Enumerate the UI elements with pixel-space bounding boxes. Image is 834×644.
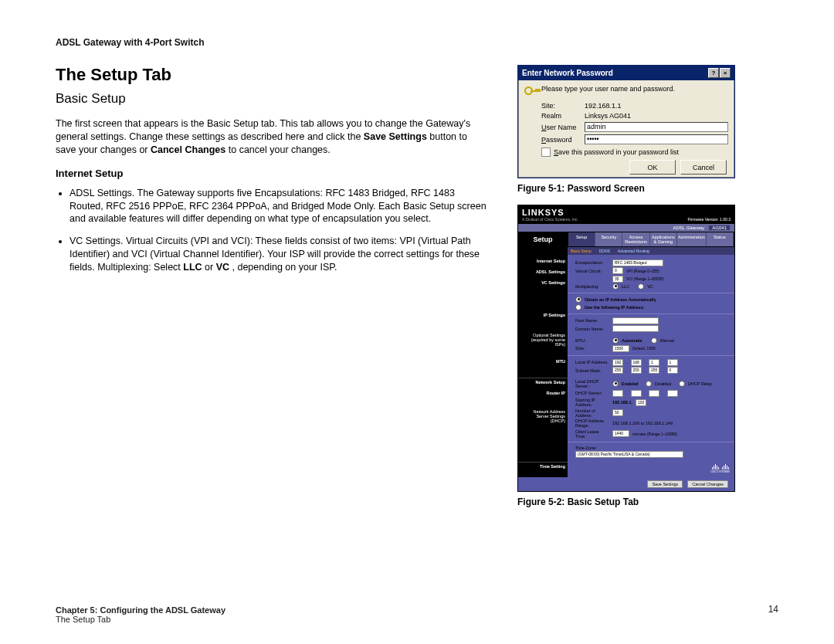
vpi-note: VPI (Range 0~255) (626, 269, 659, 273)
close-button[interactable]: × (720, 68, 731, 78)
timezone-select[interactable]: (GMT-08:00) Pacific Time(USA & Canada) (575, 451, 683, 458)
save-password-label: Save this password in your password list (554, 148, 679, 156)
dhcp-enabled-radio[interactable] (612, 381, 619, 387)
brand-subtitle: A Division of Cisco Systems, Inc. (522, 217, 578, 222)
lease-label: Client Lease Time: (575, 429, 609, 439)
dhcp-server-2[interactable] (631, 390, 642, 397)
localip-label: Local IP Address: (575, 360, 609, 364)
mtu-manual-radio[interactable] (651, 337, 657, 344)
start-ip-prefix: 192.168.1. (612, 400, 632, 405)
cancel-button[interactable]: Cancel (680, 160, 727, 175)
hostname-input[interactable] (612, 317, 659, 324)
side-ip-settings: IP Settings (520, 313, 565, 317)
vpi-input[interactable]: 0 (612, 267, 623, 274)
footer-section: The Setup Tab (56, 615, 778, 624)
size-note: Default: 1500 (632, 346, 656, 351)
router-setup-screenshot: LINKSYS A Division of Cisco Systems, Inc… (517, 205, 735, 492)
subtab-basic-setup[interactable]: Basic Setup (571, 249, 592, 253)
figure-5-2-caption: Figure 5-2: Basic Setup Tab (517, 497, 639, 507)
localip-1[interactable]: 192 (612, 359, 623, 366)
subtab-advanced-routing[interactable]: Advanced Routing (618, 249, 649, 253)
tab-security[interactable]: Security (595, 232, 622, 246)
subnet-4[interactable]: 0 (667, 367, 678, 374)
tab-setup[interactable]: Setup (568, 232, 595, 246)
lease-note: minutes (Range 1~10080) (632, 432, 677, 436)
ip-static-radio[interactable] (575, 304, 581, 310)
dhcp-disabled-label: Disabled (655, 381, 671, 386)
username-label: User Name (541, 124, 585, 131)
bullet-text: , depending on your ISP. (229, 262, 337, 273)
tab-access-restrictions[interactable]: Access Restrictions (622, 232, 649, 246)
linksys-logo: LINKSYS (522, 208, 578, 217)
tab-status[interactable]: Status (707, 232, 734, 246)
side-internet-setup: Internet Setup (520, 259, 565, 263)
domainname-input[interactable] (612, 325, 659, 332)
model-badge: AG041 (709, 225, 730, 230)
subnet-label: Subnet Mask: (575, 368, 609, 373)
num-addr-input[interactable]: 50 (612, 409, 623, 416)
help-button[interactable]: ? (708, 68, 719, 78)
dhcp-range-value: 192.168.1.100 to 192.168.1.149 (612, 421, 673, 425)
dhcp-server-4[interactable] (667, 390, 678, 397)
subtab-ddns[interactable]: DDNS (599, 249, 610, 253)
figures-column: Enter Network Password ? × Please type y… (517, 65, 757, 518)
side-network-setup: Network Setup (520, 380, 565, 385)
side-adsl-settings: ADSL Settings (520, 269, 565, 274)
subnet-3[interactable]: 255 (649, 367, 659, 374)
dhcp-relay-radio[interactable] (679, 381, 685, 387)
dhcp-enabled-label: Enabled (622, 381, 638, 386)
product-line: ADSL Gateway (673, 225, 705, 230)
site-value: 192.168.1.1 (585, 102, 622, 110)
vci-input[interactable]: 35 (612, 276, 623, 283)
start-ip-input[interactable]: 100 (636, 399, 646, 406)
para-text: to cancel your changes. (225, 144, 331, 155)
mtu-label: MTU: (575, 338, 609, 343)
username-input[interactable]: admin (585, 122, 728, 132)
localip-2[interactable]: 168 (631, 359, 642, 366)
ok-button[interactable]: OK (629, 160, 676, 175)
tab-administration[interactable]: Administration (677, 232, 707, 246)
dhcp-server-label: DHCP Server: (575, 391, 609, 395)
key-icon (524, 85, 537, 97)
ip-auto-radio[interactable] (575, 297, 581, 303)
localip-3[interactable]: 1 (649, 359, 659, 366)
bullet-vc-settings: VC Settings. Virtual Circuits (VPI and V… (70, 235, 488, 274)
localip-4[interactable]: 1 (667, 359, 678, 366)
dhcp-relay-label: DHCP Relay (688, 381, 712, 386)
figure-5-1-caption: Figure 5-1: Password Screen (517, 183, 645, 194)
encapsulation-select[interactable]: RFC 1483 Bridged (612, 259, 663, 266)
lease-input[interactable]: 1440 (612, 430, 629, 437)
bullet-adsl-settings: ADSL Settings. The Gateway supports five… (70, 187, 488, 226)
cancel-changes-button[interactable]: Cancel Changes (687, 480, 728, 488)
tab-applications-gaming[interactable]: Applications & Gaming (650, 232, 677, 246)
dhcp-disabled-radio[interactable] (646, 381, 652, 387)
size-input[interactable]: 1500 (612, 345, 629, 352)
page-title: The Setup Tab (56, 65, 488, 85)
start-ip-label: Starting IP Address: (575, 398, 609, 407)
password-input[interactable]: ••••• (585, 134, 728, 144)
dhcp-server-1[interactable] (612, 390, 623, 397)
section-label-setup: Setup (518, 232, 568, 247)
llc-bold: LLC (183, 262, 202, 273)
ip-static-label: Use the following IP Address: (585, 305, 644, 310)
site-label: Site: (541, 102, 585, 110)
save-settings-button[interactable]: Save Settings (647, 480, 683, 488)
mtu-auto-radio[interactable] (612, 337, 619, 344)
save-password-checkbox[interactable] (541, 147, 551, 157)
subnet-1[interactable]: 255 (612, 367, 623, 374)
side-router-ip: Router IP (520, 391, 565, 395)
llc-radio[interactable] (612, 283, 619, 290)
realm-value: Linksys AG041 (585, 112, 631, 120)
page-footer: Chapter 5: Configuring the ADSL Gateway … (56, 605, 778, 624)
dialog-title-text: Enter Network Password (522, 69, 613, 77)
dialog-titlebar: Enter Network Password ? × (518, 66, 734, 80)
subnet-2[interactable]: 255 (631, 367, 642, 374)
cisco-logo: CISCO SYSTEMS (710, 462, 730, 473)
ip-auto-label: Obtain an IP Address Automatically (585, 297, 656, 302)
dhcp-server-3[interactable] (649, 390, 659, 397)
vc-radio[interactable] (638, 283, 644, 290)
vc-bold: VC (216, 262, 229, 273)
intro-paragraph: The first screen that appears is the Bas… (56, 117, 488, 157)
bullet-text: or (202, 262, 216, 273)
llc-label: LLC (622, 284, 629, 289)
